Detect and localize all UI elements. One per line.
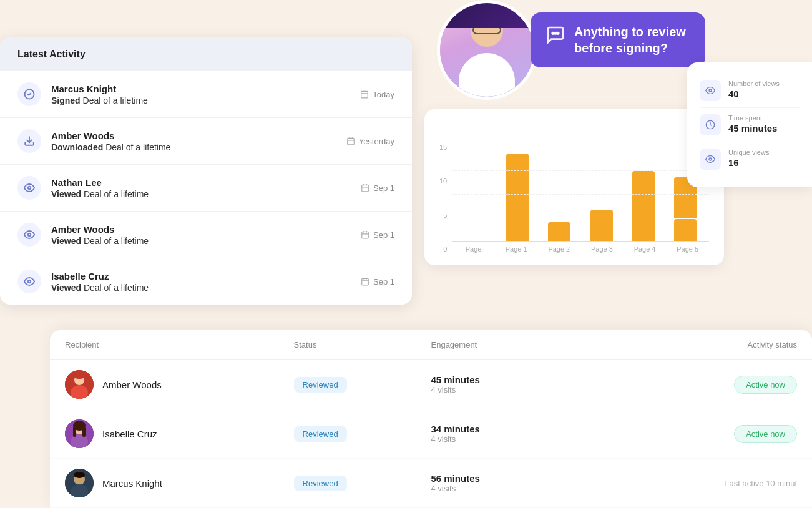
- amber-status-badge: Reviewed: [294, 377, 347, 393]
- isabelle-engagement: 34 minutes 4 visits: [431, 424, 614, 444]
- chart-panel: 15 10 5 0: [424, 109, 724, 265]
- chart-bar-2: [548, 222, 570, 241]
- activity-item[interactable]: Amber Woods Downloaded Deal of a lifetim…: [0, 118, 412, 165]
- activity-date: Sep 1: [361, 183, 394, 193]
- activity-person-name: Isabelle Cruz: [51, 271, 351, 281]
- amber-status-cell: Reviewed: [294, 377, 431, 393]
- isabelle-status-badge: Reviewed: [294, 426, 347, 442]
- chart-y-axis: 15 10 5 0: [439, 144, 447, 253]
- svg-rect-16: [362, 232, 369, 238]
- activity-panel-title: Latest Activity: [0, 37, 412, 71]
- activity-person-name: Amber Woods: [51, 224, 351, 235]
- time-value: 45 minutes: [728, 123, 777, 134]
- activity-text: Marcus Knight Signed Deal of a lifetime: [51, 84, 350, 105]
- x-label-2: Page 2: [538, 245, 581, 253]
- chart-bar-4: [632, 171, 655, 241]
- table-row[interactable]: Marcus Knight Reviewed 56 minutes 4 visi…: [50, 459, 812, 508]
- y-label-10: 10: [439, 177, 447, 185]
- activity-date: Sep 1: [361, 277, 394, 286]
- chart-bar-group-1: [497, 154, 539, 241]
- activity-text: Amber Woods Viewed Deal of a lifetime: [51, 224, 351, 246]
- marcus-minutes: 56 minutes: [431, 473, 614, 484]
- svg-point-28: [709, 89, 712, 92]
- eye-icon: [17, 176, 41, 200]
- activity-action-text: Viewed Deal of a lifetime: [51, 283, 351, 293]
- x-label-1: Page 1: [495, 245, 538, 253]
- activity-action-text: Viewed Deal of a lifetime: [51, 189, 351, 199]
- time-label: Time spent: [728, 114, 777, 122]
- header-activity-status: Activity status: [614, 340, 797, 349]
- activity-action-text: Viewed Deal of a lifetime: [51, 236, 351, 246]
- views-value: 40: [728, 89, 780, 99]
- amber-engagement: 45 minutes 4 visits: [431, 374, 614, 394]
- recipient-cell: Amber Woods: [65, 370, 294, 399]
- svg-rect-35: [76, 374, 83, 377]
- activity-text: Isabelle Cruz Viewed Deal of a lifetime: [51, 271, 351, 293]
- activity-panel: Latest Activity Marcus Knight Signed Dea…: [0, 37, 412, 305]
- y-label-15: 15: [439, 144, 447, 151]
- stat-time: Time spent 45 minutes: [700, 108, 800, 142]
- marcus-last-active: Last active 10 minut: [725, 479, 797, 488]
- activity-person-name: Nathan Lee: [51, 177, 351, 188]
- x-label-3: Page 3: [580, 245, 624, 253]
- svg-point-10: [28, 187, 31, 190]
- chart-bar-1: [506, 154, 529, 241]
- activity-date: Sep 1: [361, 230, 394, 240]
- activity-text: Nathan Lee Viewed Deal of a lifetime: [51, 177, 351, 199]
- svg-rect-1: [361, 91, 368, 98]
- header-engagement: Engagement: [431, 340, 614, 349]
- svg-rect-11: [362, 185, 369, 192]
- clock-stat-icon: [700, 114, 721, 135]
- isabelle-active-badge: Active now: [734, 425, 797, 443]
- chat-bubble-text: Anything to review before signing?: [574, 24, 690, 56]
- activity-person-name: Amber Woods: [51, 130, 336, 141]
- download-icon: [17, 129, 41, 153]
- chat-icon: [545, 25, 565, 51]
- activity-text: Amber Woods Downloaded Deal of a lifetim…: [51, 130, 336, 152]
- profile-avatar: [437, 0, 537, 100]
- activity-item[interactable]: Nathan Lee Viewed Deal of a lifetime Sep…: [0, 165, 412, 212]
- svg-rect-21: [362, 278, 369, 285]
- marcus-visits: 4 visits: [431, 484, 614, 493]
- y-label-5: 5: [439, 212, 447, 219]
- chat-bubble: Anything to review before signing?: [531, 12, 705, 67]
- unique-value: 16: [728, 157, 769, 168]
- marcus-activity: Last active 10 minut: [614, 477, 797, 489]
- activity-list: Marcus Knight Signed Deal of a lifetime …: [0, 71, 412, 305]
- table-row[interactable]: Isabelle Cruz Reviewed 34 minutes 4 visi…: [50, 409, 812, 459]
- stats-panel: Number of views 40 Time spent 45 minutes…: [687, 62, 812, 187]
- marcus-status-cell: Reviewed: [294, 476, 431, 491]
- table-row[interactable]: Amber Woods Reviewed 45 minutes 4 visits…: [50, 360, 812, 409]
- eye-icon: [17, 270, 41, 293]
- isabelle-avatar: [65, 419, 94, 448]
- chart-bar-group-4: [622, 171, 664, 241]
- chart-bar-group-2: [539, 222, 580, 241]
- x-label-5: Page 5: [666, 245, 709, 253]
- chart-area: 15 10 5 0: [439, 122, 709, 253]
- unique-label: Unique views: [728, 149, 769, 156]
- recipient-cell: Marcus Knight: [65, 469, 294, 497]
- activity-date: Yesterday: [346, 137, 394, 146]
- activity-date: Today: [360, 90, 394, 99]
- eye-icon: [17, 223, 41, 247]
- check-icon: [17, 82, 41, 106]
- y-label-0: 0: [439, 245, 447, 253]
- amber-avatar: [65, 370, 94, 399]
- amber-minutes: 45 minutes: [431, 374, 614, 385]
- isabelle-activity: Active now: [614, 425, 797, 443]
- unique-stat-icon: [700, 149, 721, 170]
- marcus-status-badge: Reviewed: [294, 476, 347, 491]
- svg-rect-41: [82, 427, 86, 437]
- isabelle-minutes: 34 minutes: [431, 424, 614, 434]
- recipient-cell: Isabelle Cruz: [65, 419, 294, 448]
- chart-x-labels: Page Page 1 Page 2 Page 3 Page 4 Page 5: [452, 242, 709, 253]
- svg-point-27: [557, 32, 559, 34]
- activity-item[interactable]: Isabelle Cruz Viewed Deal of a lifetime …: [0, 258, 412, 305]
- activity-action-text: Signed Deal of a lifetime: [51, 95, 350, 105]
- activity-person-name: Marcus Knight: [51, 84, 350, 94]
- svg-point-20: [28, 280, 31, 283]
- amber-active-badge: Active now: [734, 376, 797, 394]
- activity-item[interactable]: Amber Woods Viewed Deal of a lifetime Se…: [0, 212, 412, 258]
- x-label-4: Page 4: [624, 245, 667, 253]
- activity-item[interactable]: Marcus Knight Signed Deal of a lifetime …: [0, 71, 412, 118]
